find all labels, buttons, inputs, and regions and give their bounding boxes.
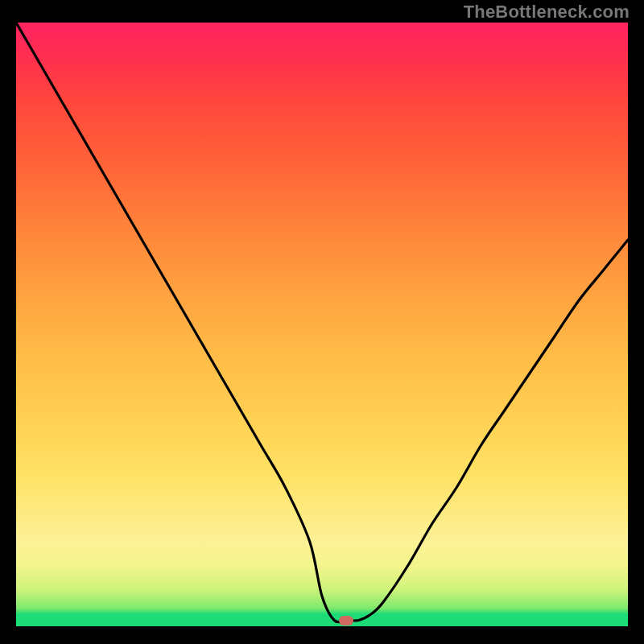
chart-frame: TheBottleneck.com <box>0 0 644 644</box>
optimal-point-marker <box>339 616 353 625</box>
plot-area <box>16 23 628 626</box>
watermark-text: TheBottleneck.com <box>464 2 630 23</box>
curve-path <box>16 23 628 622</box>
bottleneck-curve <box>16 23 628 626</box>
